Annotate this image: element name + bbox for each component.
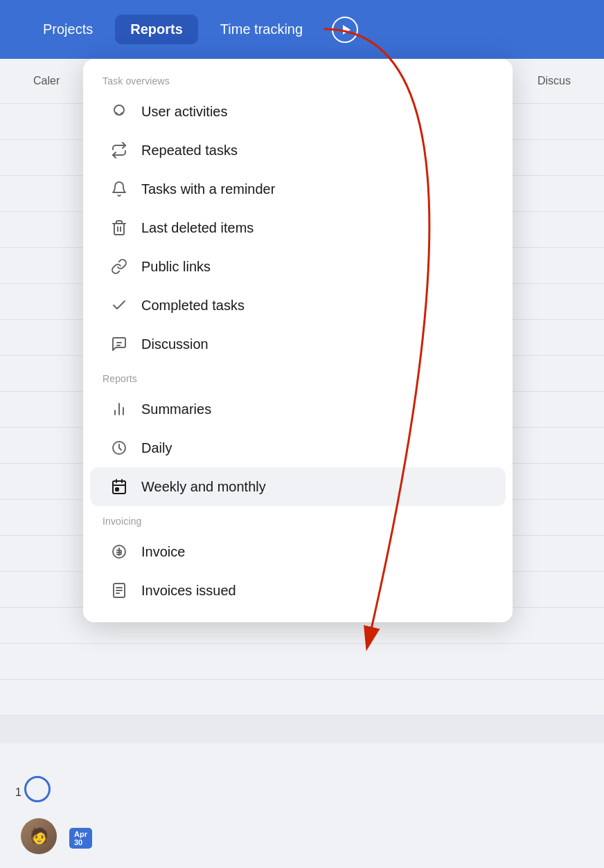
link-icon [109,257,129,276]
menu-label-last-deleted: Last deleted items [141,220,254,236]
menu-label-weekly-monthly: Weekly and monthly [141,479,266,495]
menu-item-summaries[interactable]: Summaries [90,390,506,428]
menu-item-invoices-issued[interactable]: Invoices issued [90,571,506,610]
sub-nav-discuss[interactable]: Discus [525,69,583,93]
menu-label-tasks-with-reminder: Tasks with a reminder [141,181,275,197]
date-badge: Apr30 [69,828,92,849]
menu-item-repeated-tasks[interactable]: Repeated tasks [90,131,506,170]
bell-icon [109,179,129,199]
menu-label-user-activities: User activities [141,104,227,120]
menu-label-summaries: Summaries [141,401,211,417]
row-number: 1 [15,786,21,799]
menu-item-invoice[interactable]: Invoice [90,532,506,571]
section-label-reports: Reports [83,363,513,390]
svg-rect-10 [113,481,125,494]
menu-item-weekly-monthly[interactable]: Weekly and monthly [90,467,506,506]
menu-item-tasks-with-reminder[interactable]: Tasks with a reminder [90,170,506,208]
menu-item-discussion[interactable]: Discussion [90,325,506,363]
menu-item-daily[interactable]: Daily [90,428,506,467]
bar-chart-icon [109,399,129,419]
menu-label-invoice: Invoice [141,544,185,560]
nav-projects[interactable]: Projects [28,15,108,44]
discussion-icon [109,334,129,354]
checkmark-icon [109,296,129,315]
menu-label-completed-tasks: Completed tasks [141,298,245,314]
clock-icon [109,438,129,458]
dropdown-menu: Task overviews User activities Repeated … [83,59,513,622]
dollar-circle-icon [109,542,129,561]
svg-point-1 [114,105,124,115]
calendar-icon [109,477,129,496]
menu-label-daily: Daily [141,440,172,456]
menu-label-public-links: Public links [141,259,211,275]
menu-label-repeated-tasks: Repeated tasks [141,143,238,159]
svg-rect-14 [116,488,118,491]
avatar: 🧑 [21,818,57,854]
menu-label-invoices-issued: Invoices issued [141,583,236,599]
nav-reports[interactable]: Reports [115,15,198,44]
bg-row-17 [0,680,604,716]
section-label-invoicing: Invoicing [83,506,513,532]
menu-item-completed-tasks[interactable]: Completed tasks [90,286,506,325]
status-circle [24,776,51,802]
menu-item-public-links[interactable]: Public links [90,247,506,286]
play-button[interactable] [332,17,358,43]
section-label-task-overviews: Task overviews [83,75,513,92]
chat-bubble-icon [109,102,129,121]
menu-item-last-deleted[interactable]: Last deleted items [90,208,506,247]
bottom-area: 1 🧑 Apr30 [0,743,604,868]
bg-row-16 [0,644,604,680]
document-icon [109,581,129,600]
menu-label-discussion: Discussion [141,336,208,352]
sub-nav-calendar[interactable]: Caler [21,69,72,93]
top-nav: Projects Reports Time tracking [0,0,604,59]
repeat-icon [109,141,129,160]
avatar-image: 🧑 [21,818,57,854]
trash-icon [109,218,129,237]
menu-item-user-activities[interactable]: User activities [90,92,506,131]
nav-time-tracking[interactable]: Time tracking [205,15,318,44]
svg-marker-0 [343,25,350,35]
